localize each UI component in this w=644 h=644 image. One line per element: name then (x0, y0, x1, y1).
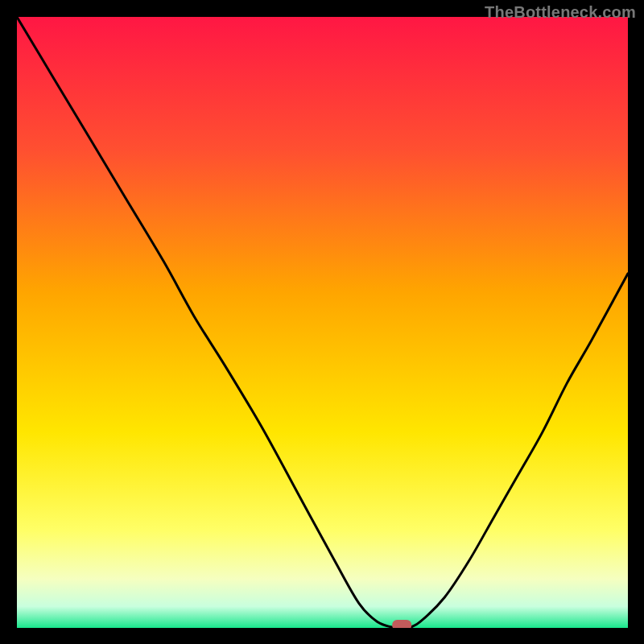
optimal-marker (392, 620, 411, 628)
bottleneck-curve-plot (17, 17, 628, 628)
chart-container: TheBottleneck.com (0, 0, 644, 644)
watermark: TheBottleneck.com (485, 3, 636, 22)
